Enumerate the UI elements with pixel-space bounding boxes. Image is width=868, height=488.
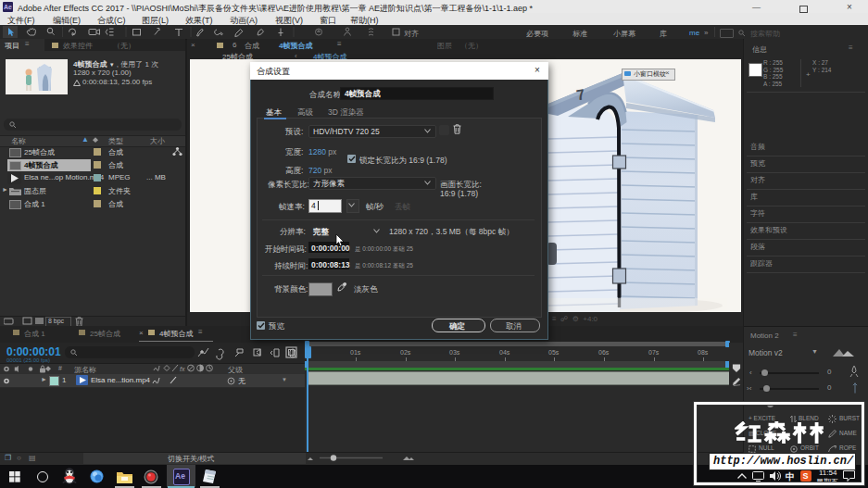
svg-text:fx: fx [180,366,185,372]
